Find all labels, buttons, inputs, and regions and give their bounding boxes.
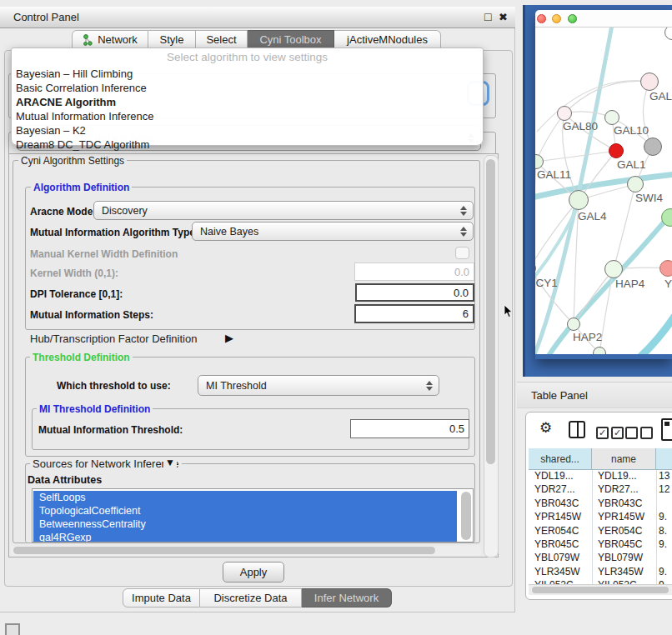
algorithm-option[interactable]: Dream8 DC_TDC Algorithm [12, 138, 483, 152]
attribute-item-selected[interactable]: BetweennessCentrality [33, 518, 457, 531]
network-node-selected[interactable] [609, 143, 624, 158]
algorithm-select-popup: Select algorithm to view settings Bayesi… [11, 48, 484, 146]
network-node[interactable] [644, 138, 662, 156]
tab-select-label: Select [206, 33, 236, 46]
bottom-tab-impute-data[interactable]: Impute Data [123, 588, 200, 608]
bottom-tab-discretize-data[interactable]: Discretize Data [200, 588, 302, 608]
tab-cyni-toolbox-label: Cyni Toolbox [259, 33, 321, 46]
node-label: GAL11 [537, 168, 571, 181]
settings-vscrollbar[interactable] [484, 155, 499, 558]
algorithm-popup-placeholder: Select algorithm to view settings [12, 48, 483, 67]
mi-threshold-label: Mutual Information Threshold: [38, 424, 183, 436]
mac-zoom-button[interactable] [568, 14, 577, 23]
sources-collapse-icon[interactable]: ▼ [163, 457, 177, 468]
attribute-item-selected[interactable]: TopologicalCoefficient [33, 504, 457, 518]
settings-vscrollbar-thumb[interactable] [486, 159, 495, 464]
network-node[interactable] [557, 106, 572, 121]
aracne-mode-combo[interactable]: Discovery [93, 201, 474, 220]
tab-network[interactable]: Network [72, 30, 148, 49]
algorithm-option[interactable]: Bayesian – Hill Climbing [12, 67, 483, 81]
network-node[interactable] [567, 318, 580, 331]
function-builder-icon[interactable] [661, 418, 672, 441]
network-node[interactable] [627, 176, 644, 192]
network-canvas[interactable]: GAL GAL80 GAL10 GAL1 GAL11 SWI4 GAL4 GCY… [535, 28, 672, 354]
data-attributes-label: Data Attributes [28, 474, 102, 486]
network-node[interactable] [604, 110, 619, 125]
table-panel-titlebar[interactable]: Table Panel [517, 382, 672, 408]
table-rows: YDL19... YDL19... 13 YDR27... YDR27... 1… [529, 470, 672, 584]
table-row[interactable]: YLR345W YLR345W 9. [529, 566, 672, 579]
attributes-list-vscrollbar-thumb[interactable] [461, 492, 471, 540]
settings-hscrollbar[interactable] [10, 546, 482, 556]
algorithm-option[interactable]: Basic Correlation Inference [12, 81, 483, 95]
network-node[interactable] [593, 347, 606, 354]
cyni-algorithm-settings-title: Cyni Algorithm Settings [18, 155, 127, 167]
mouse-cursor [504, 305, 514, 318]
table-row[interactable]: YER054C YER054C 8. [529, 525, 672, 538]
table-row[interactable]: YBR045C YBR045C 9. [529, 538, 672, 552]
float-icon[interactable]: □ [484, 11, 491, 22]
threshold-definition-title: Threshold Definition [30, 352, 133, 363]
mi-type-combo[interactable]: Naive Bayes [192, 222, 474, 241]
settings-hscrollbar-thumb[interactable] [13, 547, 435, 554]
mi-threshold-group-title: MI Threshold Definition [37, 403, 153, 415]
node-label: SWI4 [635, 192, 663, 204]
combo-spinner-icon [460, 227, 467, 237]
tab-select[interactable]: Select [196, 30, 248, 49]
node-label: GAL4 [578, 210, 607, 222]
column-header-shared-name[interactable]: shared... [529, 448, 592, 470]
bottom-tab-infer-network[interactable]: Infer Network [302, 588, 392, 608]
algorithm-option[interactable]: Bayesian – K2 [12, 123, 483, 138]
tab-style-label: Style [160, 33, 184, 46]
mi-steps-field[interactable]: 6 [354, 304, 474, 323]
table-row[interactable]: YBL079W YBL079W [529, 552, 672, 565]
network-node[interactable] [640, 72, 659, 91]
split-pane-icon[interactable] [569, 421, 585, 438]
network-window-titlebar[interactable] [535, 10, 672, 28]
which-threshold-combo[interactable]: MI Threshold [198, 375, 439, 396]
tab-cyni-toolbox[interactable]: Cyni Toolbox [248, 30, 334, 49]
control-panel-titlebar[interactable]: Control Panel □ ✖ [0, 7, 515, 28]
column-header-partial[interactable] [656, 448, 672, 470]
sources-group-title[interactable]: Sources for Network Inference [30, 458, 182, 470]
table-row[interactable]: YPR145W YPR145W 9. [529, 511, 672, 524]
collapsed-panel-stub[interactable] [5, 623, 20, 635]
algorithm-option-selected[interactable]: ARACNE Algorithm [12, 95, 483, 109]
table-row[interactable]: YBR043C YBR043C [529, 498, 672, 511]
mac-close-button[interactable] [537, 14, 546, 23]
attribute-item-selected[interactable]: gal4RGexp [33, 531, 457, 542]
network-node[interactable] [569, 190, 589, 210]
deselect-all-columns-icon[interactable] [625, 427, 653, 439]
node-label: GAL80 [563, 120, 598, 132]
select-all-columns-icon[interactable]: ✓ ✓ [596, 427, 624, 439]
dpi-tolerance-field[interactable]: 0.0 [355, 283, 474, 302]
table-row[interactable]: YDR27... YDR27... 12 [529, 483, 672, 497]
screen: Control Panel □ ✖ Network Style Select C… [0, 0, 672, 635]
close-icon[interactable]: ✖ [499, 12, 508, 22]
control-panel-title: Control Panel [13, 11, 79, 23]
node-label: HAP4 [615, 278, 644, 290]
table-hscrollbar-thumb[interactable] [532, 587, 669, 593]
apply-button[interactable]: Apply [223, 562, 284, 582]
table-panel-container: ⚙ ✓ ✓ shared... name YDL19... YDL19... [525, 412, 672, 600]
kernel-width-field[interactable]: 0.0 [354, 262, 474, 281]
table-hscrollbar[interactable] [529, 584, 672, 595]
data-attributes-list[interactable]: SelfLoops TopologicalCoefficient Between… [32, 488, 474, 542]
mi-threshold-field[interactable]: 0.5 [350, 419, 469, 438]
gear-icon[interactable]: ⚙ [539, 419, 552, 437]
which-threshold-label: Which threshold to use: [57, 380, 171, 392]
network-node[interactable] [659, 260, 672, 277]
tab-style[interactable]: Style [148, 30, 196, 49]
table-row[interactable]: YDL19... YDL19... 13 [529, 470, 672, 483]
which-threshold-value: MI Threshold [206, 380, 267, 392]
manual-kernel-checkbox[interactable] [455, 247, 469, 259]
network-node[interactable] [604, 260, 623, 278]
dpi-tolerance-label: DPI Tolerance [0,1]: [30, 288, 123, 300]
hub-section-label[interactable]: Hub/Transcription Factor Definition [30, 332, 197, 345]
mac-minimize-button[interactable] [552, 14, 561, 23]
column-header-name[interactable]: name [592, 448, 656, 470]
tab-jactivemnodules[interactable]: jActiveMNodules [334, 30, 441, 49]
algorithm-option[interactable]: Mutual Information Inference [12, 109, 483, 123]
hub-expand-icon[interactable]: ▶ [225, 332, 233, 344]
attribute-item-selected[interactable]: SelfLoops [33, 491, 457, 504]
